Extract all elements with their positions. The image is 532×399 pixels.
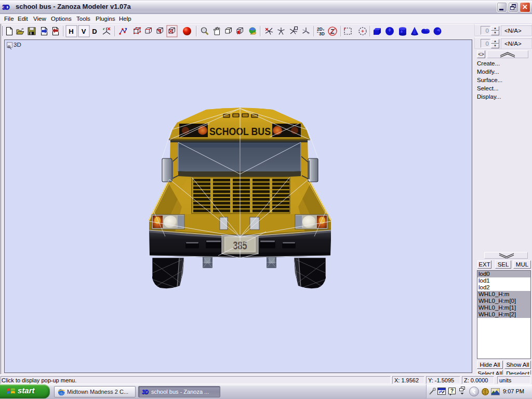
svg-text:V: V bbox=[82, 28, 86, 35]
svg-text:H: H bbox=[69, 28, 73, 35]
svg-text:D: D bbox=[92, 28, 97, 35]
svg-text:?: ? bbox=[450, 388, 454, 394]
svg-text:3D: 3D bbox=[319, 31, 325, 36]
